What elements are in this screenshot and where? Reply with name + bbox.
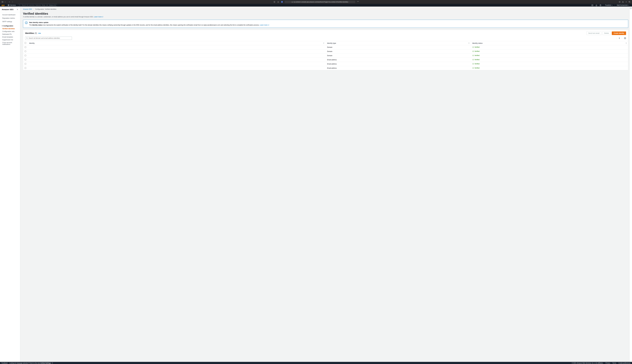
cell-identity-status: Verified [471,66,628,70]
feedback-link[interactable]: Feedback [2,362,8,364]
help-icon[interactable] [599,4,602,6]
table-search-input[interactable] [28,37,71,39]
sidenav-item-email-templates[interactable]: Email templates [0,36,20,38]
svg-point-22 [26,22,26,22]
chevron-down-icon [628,5,629,6]
col-identity-type[interactable]: Identity type [326,41,471,45]
col-identity-status[interactable]: Identity status [471,41,628,45]
page-next-icon[interactable] [621,37,623,39]
sidenav-item-cross-account[interactable]: Cross-account notifications [0,41,20,46]
unified-settings-link[interactable]: Unified Settings [40,362,53,364]
row-checkbox[interactable] [25,59,26,60]
svg-rect-12 [629,2,630,2]
chevron-right-icon [33,8,34,10]
nav-back-icon[interactable] [8,1,10,3]
site-info-icon[interactable] [281,1,283,3]
delete-button[interactable]: Delete [602,32,611,35]
services-label: Services [10,4,16,6]
global-search[interactable]: [Option+S] [18,4,57,6]
col-identity[interactable]: Identity [28,41,326,45]
cookie-preferences-link[interactable]: Cookie preferences [618,362,630,364]
sidenav-item-reputation-metrics[interactable]: Reputation metrics [0,16,20,20]
sidenav-item-verified-identities[interactable]: Verified identities [0,27,20,30]
page-description: A verified identity is a domain, subdoma… [23,16,628,18]
footer-lang-prompt: Looking for language selection? Find it … [9,362,53,364]
url-bar[interactable]: eu-central-1.console.aws.amazon.com/ses/… [284,1,355,3]
svg-point-38 [472,68,474,69]
svg-rect-6 [292,2,292,2]
info-banner: New identity status update The Identity … [23,20,628,28]
caret-down-icon [2,26,3,26]
select-all-checkbox[interactable] [25,42,26,44]
sidenav-group-configuration[interactable]: Configuration [0,24,20,27]
cell-identity-status: Verified [471,62,628,66]
table-row[interactable]: DomainVerified [23,50,628,54]
breadcrumb-root[interactable]: Amazon SES [23,8,32,10]
footer: Feedback Looking for language selection?… [0,362,632,364]
privacy-link[interactable]: Privacy [606,362,610,364]
svg-point-34 [472,51,474,52]
pagination: 1 [616,37,626,39]
sidenav-item-suppression-list[interactable]: Suppression list [0,38,20,41]
sidenav-item-dedicated-ips[interactable]: Dedicated IPs [0,33,20,36]
notifications-icon[interactable] [595,4,598,6]
table-row[interactable]: Email addressVerified [23,62,628,66]
account-menu[interactable]: Matt Komarnicki [616,4,630,6]
chevron-down-icon[interactable] [4,1,6,3]
search-shortcut: [Option+S] [49,4,56,6]
sidenav-item-account-dashboard[interactable]: Account dashboard [0,13,20,16]
row-checkbox[interactable] [25,67,26,69]
svg-rect-4 [282,2,282,2]
learn-more-link[interactable]: Learn more [94,16,103,18]
sidenav-title: Amazon SES [2,8,14,10]
send-test-email-button[interactable]: Send test email [586,32,602,35]
row-checkbox[interactable] [25,46,26,48]
share-icon[interactable] [622,1,624,3]
cloudshell-icon[interactable] [591,4,594,6]
filter-icon [323,42,324,44]
terms-link[interactable]: Terms [612,362,616,364]
home-icon[interactable] [277,1,280,3]
table-search[interactable] [25,36,72,40]
svg-line-25 [27,38,28,39]
sidebar-toggle-icon[interactable] [1,1,4,3]
identities-card: Identities (6) Info Send test email Dele… [23,30,628,70]
row-checkbox[interactable] [25,50,26,52]
svg-point-26 [625,38,625,38]
global-search-input[interactable] [22,4,48,6]
close-icon[interactable] [16,8,18,10]
create-identity-button[interactable]: Create identity [612,32,626,35]
info-link[interactable]: Info [38,32,41,34]
table-row[interactable]: Email addressVerified [23,58,628,62]
cell-identity-type: Email address [326,66,471,70]
services-menu-button[interactable]: Services [8,4,16,6]
table-row[interactable]: DomainVerified [23,54,628,58]
main-area: Amazon SES Account dashboard Reputation … [0,6,632,362]
tabs-icon[interactable] [628,1,631,3]
shield-icon[interactable] [273,1,276,3]
search-icon [19,4,20,6]
svg-rect-23 [26,22,26,24]
row-checkbox[interactable] [25,55,26,56]
banner-learn-more-link[interactable]: Learn more [260,24,269,26]
chevron-down-icon [612,5,613,6]
nav-forward-icon[interactable] [12,1,14,3]
sidenav-item-smtp-settings[interactable]: SMTP settings [0,20,20,24]
new-tab-icon[interactable] [625,1,628,3]
row-checkbox[interactable] [25,63,26,64]
help-panel-toggle[interactable]: i [630,7,632,9]
table-settings-button[interactable] [624,37,626,39]
downloads-icon[interactable] [618,1,621,3]
region-selector[interactable]: Frankfurt [604,4,614,6]
table-row[interactable]: DomainVerified [23,45,628,50]
reload-icon[interactable] [356,1,359,3]
sidenav-item-configuration-sets[interactable]: Configuration sets [0,30,20,33]
aws-logo[interactable]: aws [2,4,5,6]
svg-marker-31 [626,43,627,43]
page-prev-icon[interactable] [616,37,618,39]
cell-identity [28,66,326,70]
region-label: Frankfurt [605,4,611,6]
col-select-all[interactable] [23,41,28,45]
table-row[interactable]: Email addressVerified [23,66,628,70]
svg-point-36 [472,59,474,60]
